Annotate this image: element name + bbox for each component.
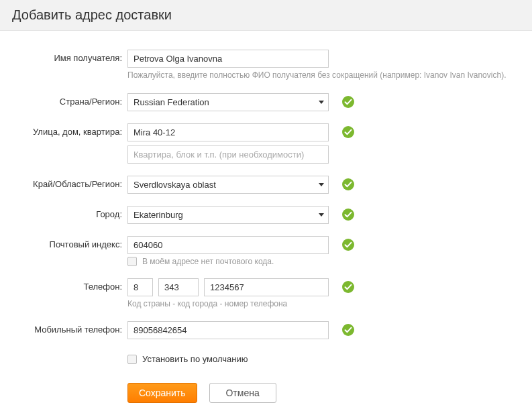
label-street: Улица, дом, квартира: (0, 123, 127, 137)
no-zip-checkbox[interactable] (127, 257, 137, 266)
phone-area-code-field[interactable] (158, 278, 199, 296)
check-circle-icon (342, 239, 354, 251)
label-mobile: Мобильный телефон: (0, 321, 127, 335)
label-phone: Телефон: (0, 278, 127, 292)
label-zip: Почтовый индекс: (0, 236, 127, 249)
svg-point-1 (342, 126, 354, 138)
svg-point-3 (342, 209, 354, 221)
name-field[interactable] (127, 50, 329, 68)
page-title: Добавить адрес доставки (12, 7, 172, 23)
save-button[interactable]: Сохранить (127, 383, 197, 403)
zip-field[interactable] (127, 236, 329, 254)
phone-country-code-field[interactable] (127, 278, 153, 296)
svg-point-0 (342, 96, 354, 108)
region-select[interactable]: Sverdlovskaya oblast (127, 176, 329, 194)
region-value: Sverdlovskaya oblast (134, 180, 216, 190)
city-select[interactable]: Ekaterinburg (127, 206, 329, 224)
set-default-checkbox[interactable] (127, 355, 137, 364)
chevron-down-icon (319, 183, 324, 186)
label-region: Край/Область/Регион: (0, 176, 127, 189)
check-circle-icon (342, 96, 354, 108)
page-header: Добавить адрес доставки (0, 0, 532, 31)
no-zip-label: В моём адресе нет почтового кода. (142, 257, 274, 266)
chevron-down-icon (319, 213, 324, 217)
svg-point-4 (342, 239, 354, 251)
label-city: Город: (0, 206, 127, 219)
label-name: Имя получателя: (0, 50, 127, 63)
check-circle-icon (342, 126, 354, 138)
country-value: Russian Federation (134, 97, 209, 107)
country-select[interactable]: Russian Federation (127, 93, 329, 111)
address-form: Имя получателя: Пожалуйста, введите полн… (0, 31, 532, 411)
label-country: Страна/Регион: (0, 93, 127, 107)
chevron-down-icon (319, 101, 324, 104)
street-field[interactable] (127, 123, 329, 141)
hint-phone: Код страны - код города - номер телефона (127, 299, 329, 310)
city-value: Ekaterinburg (134, 210, 183, 220)
check-circle-icon (342, 209, 354, 221)
phone-number-field[interactable] (204, 278, 329, 296)
apartment-field[interactable] (127, 145, 329, 164)
svg-point-5 (342, 281, 354, 293)
svg-point-2 (342, 178, 354, 190)
check-circle-icon (342, 178, 354, 190)
check-circle-icon (342, 281, 354, 293)
svg-point-6 (342, 324, 354, 336)
check-circle-icon (342, 324, 354, 336)
set-default-label: Установить по умолчанию (142, 354, 248, 364)
mobile-field[interactable] (127, 321, 329, 339)
cancel-button[interactable]: Отмена (209, 383, 276, 403)
hint-name: Пожалуйста, введите полностью ФИО получа… (127, 70, 517, 81)
